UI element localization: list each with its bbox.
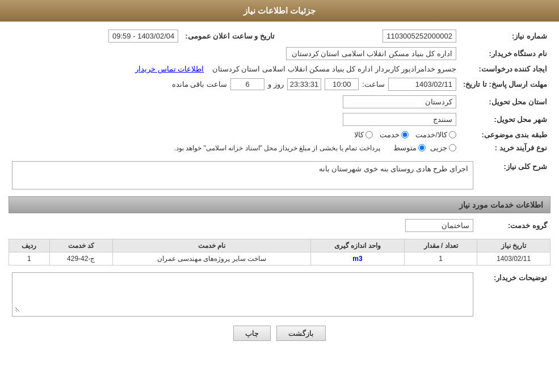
ijad-value: جسرو خدامرادیور کاربردار اداره کل بنیاد … [9, 62, 460, 75]
farayand-motavaset-option[interactable]: متوسط [393, 144, 426, 152]
tabaqe-khedmat-option[interactable]: خدمت [380, 130, 409, 139]
bazgasht-button[interactable]: بازگشت [276, 326, 326, 341]
mohlat-time-field: 10:00 [325, 78, 359, 90]
mohlat-roz-field: 6 [230, 78, 264, 90]
page-header: جزئیات اطلاعات نیاز [0, 0, 559, 22]
chap-button[interactable]: چاپ [233, 326, 271, 341]
sharh-niaz-text: اجرای طرح هادی روستای بنه خوی شهرستان با… [319, 165, 468, 173]
ostan-label: استان محل تحویل: [460, 93, 550, 111]
mohlat-label: مهلت ارسال پاسخ: تا تاریخ: [460, 75, 550, 93]
tabaqe-kala-khedmat-radio[interactable] [449, 131, 456, 138]
row-tedad: 1 [404, 252, 477, 265]
datetime-label: تاریخ و ساعت اعلان عمومی: [182, 27, 278, 45]
sharh-niaz-value: اجرای طرح هادی روستای بنه خوی شهرستان با… [9, 159, 477, 192]
group-khedmat-value: ساختمان [9, 217, 477, 234]
nam-dasgah-value: اداره کل بنیاد مسکن انقلاب اسلامی استان … [9, 45, 460, 62]
group-khedmat-table: گروه خدمت: ساختمان [9, 217, 550, 234]
mohlat-roz-label: روز و [268, 80, 284, 88]
row-vahed: m3 [311, 252, 405, 265]
ijad-field: جسرو خدامرادیور کاربردار اداره کل بنیاد … [212, 65, 456, 73]
shomare-niaz-value: 1103005252000002 [278, 27, 460, 45]
tabaqe-khedmat-radio[interactable] [401, 131, 409, 138]
tabaqe-kala-option[interactable]: کالا [354, 130, 373, 139]
farayand-jozyi-radio[interactable] [449, 144, 456, 151]
col-tedad: تعداد / مقدار [404, 239, 477, 252]
tabaqe-kala-khedmat-label: کالا/خدمت [415, 130, 447, 139]
shahr-label: شهر محل تحویل: [460, 111, 550, 128]
datetime-field: 1403/02/04 - 09:59 [108, 29, 178, 43]
ijad-label: ایجاد کننده درخواست: [460, 62, 550, 75]
tabaqe-khedmat-label: خدمت [380, 130, 400, 139]
row-kod: ج-42-429 [49, 252, 112, 265]
nam-dasgah-field: اداره کل بنیاد مسکن انقلاب اسلامی استان … [286, 47, 456, 60]
row-radif: 1 [9, 252, 50, 265]
mohlat-countdown-field: 23:33:31 [287, 78, 322, 90]
table-row: 1403/02/11 1 m3 ساخت سایر پروژه‌های مهند… [9, 252, 550, 265]
button-group: بازگشت چاپ [9, 326, 550, 341]
sharh-niaz-table: شرح کلی نیاز: اجرای طرح هادی روستای بنه … [9, 159, 550, 192]
col-vahed: واحد اندازه گیری [311, 239, 405, 252]
farayand-notice: پرداخت تمام یا بخشی از مبلغ خریداز محل "… [174, 144, 380, 152]
tawzih-textarea[interactable] [15, 275, 470, 312]
farayand-jozyi-option[interactable]: جزیی [430, 144, 456, 152]
tawzih-label: توضیحات خریدار: [477, 270, 550, 319]
tabaqe-kala-radio[interactable] [365, 131, 373, 138]
col-name: نام خدمت [112, 239, 310, 252]
khadamat-section-title: اطلاعات خدمات مورد نیاز [9, 196, 550, 213]
tabaqe-value: کالا/خدمت خدمت کالا [9, 128, 460, 141]
tabaqe-kala-khedmat-option[interactable]: کالا/خدمت [415, 130, 456, 139]
mohlat-baqi-label: ساعت باقی مانده [172, 80, 227, 88]
main-info-table: شماره نیاز: 1103005252000002 تاریخ و ساع… [9, 27, 550, 154]
tabaqe-kala-label: کالا [354, 130, 364, 139]
col-kod: کد خدمت [49, 239, 112, 252]
ettelaat-tamas-link[interactable]: اطلاعات تماس خریدار [135, 65, 204, 73]
farayand-motavaset-label: متوسط [393, 144, 417, 152]
col-tarikh: تاریخ نیاز [477, 239, 550, 252]
sharh-niaz-label: شرح کلی نیاز: [477, 159, 550, 192]
tawzih-table: توضیحات خریدار: [9, 270, 550, 319]
datetime-value: 1403/02/04 - 09:59 [9, 27, 182, 45]
shahr-value: سنندج [9, 111, 460, 128]
shomare-niaz-label: شماره نیاز: [460, 27, 550, 45]
row-name: ساخت سایر پروژه‌های مهندسی عمران [112, 252, 310, 265]
mohlat-date-field: 1403/02/11 [388, 78, 456, 91]
col-radif: ردیف [9, 239, 50, 252]
group-khedmat-label: گروه خدمت: [477, 217, 550, 234]
services-table: تاریخ نیاز تعداد / مقدار واحد اندازه گیر… [9, 239, 550, 265]
nam-dasgah-label: نام دستگاه خریدار: [460, 45, 550, 62]
row-tarikh: 1403/02/11 [477, 252, 550, 265]
ostan-value: کردستان [9, 93, 460, 111]
shomare-niaz-field: 1103005252000002 [383, 29, 456, 43]
mohlat-value: 1403/02/11 ساعت: 10:00 23:33:31 روز و 6 … [9, 75, 460, 93]
farayand-jozyi-label: جزیی [430, 144, 447, 152]
mohlat-saat-label: ساعت: [362, 80, 385, 88]
farayand-motavaset-radio[interactable] [418, 144, 426, 151]
shahr-field: سنندج [343, 113, 456, 126]
group-khedmat-field: ساختمان [405, 219, 473, 232]
tabaqe-label: طبقه بندی موضوعی: [460, 128, 550, 141]
page-title: جزئیات اطلاعات نیاز [243, 6, 316, 15]
nove-farayand-label: نوع فرآیند خرید : [460, 141, 550, 154]
ostan-field: کردستان [343, 95, 456, 108]
tawzih-value [9, 270, 477, 319]
nove-farayand-value: جزیی متوسط پرداخت تمام یا بخشی از مبلغ خ… [9, 141, 460, 154]
